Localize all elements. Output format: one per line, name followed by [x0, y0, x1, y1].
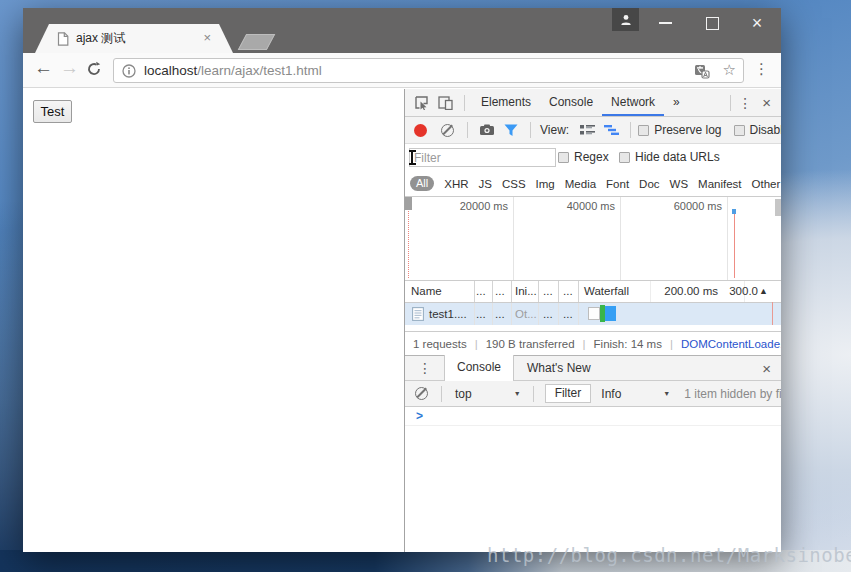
overview-scrollbar-right[interactable] [775, 199, 781, 216]
translate-icon[interactable] [694, 64, 710, 83]
devtools-panel: Elements Console Network » ⋮ × [404, 89, 781, 552]
chevron-down-icon: ▼ [663, 390, 670, 397]
preserve-log-checkbox[interactable] [638, 125, 649, 136]
hide-data-urls-checkbox[interactable] [619, 152, 630, 163]
devtools-close-icon[interactable]: × [752, 94, 781, 111]
clear-icon[interactable] [441, 124, 454, 137]
filter-type-font[interactable]: Font [606, 178, 629, 190]
filter-type-media[interactable]: Media [565, 178, 596, 190]
drawer-close-icon[interactable]: × [752, 360, 781, 377]
tab-network[interactable]: Network [602, 89, 664, 116]
cell-4: ... [543, 303, 553, 325]
browser-content: Test [23, 89, 781, 552]
browser-menu-button[interactable]: ⋮ [754, 60, 769, 78]
network-summary-bar: 1 requests | 190 B transferred | Finish:… [405, 331, 781, 355]
maximize-button[interactable] [695, 8, 729, 38]
test-button[interactable]: Test [33, 100, 72, 123]
filter-type-js[interactable]: JS [479, 178, 492, 190]
forward-button[interactable]: → [60, 57, 79, 79]
filter-type-manifest[interactable]: Manifest [698, 178, 741, 190]
context-select[interactable]: top ▼ [455, 387, 521, 401]
large-rows-icon[interactable] [575, 118, 599, 142]
filter-type-ws[interactable]: WS [670, 178, 689, 190]
inspect-element-icon[interactable] [409, 91, 433, 115]
log-level-select[interactable]: Info ▼ [601, 387, 670, 401]
new-tab-button[interactable] [238, 34, 276, 50]
filter-input[interactable] [409, 148, 556, 167]
col-header-waterfall[interactable]: Waterfall [584, 281, 629, 302]
col-header-4[interactable]: ... [543, 281, 553, 302]
cell-2: ... [495, 303, 505, 325]
summary-domcontentloaded: DOMContentLoade... [681, 338, 781, 350]
show-overview-icon[interactable] [599, 118, 623, 142]
filter-type-all[interactable]: All [410, 176, 434, 191]
console-prompt-row[interactable]: > [405, 407, 781, 426]
overview-tick: 20000 ms [438, 200, 508, 212]
divider [467, 122, 468, 138]
col-header-name[interactable]: Name [411, 281, 442, 302]
filter-type-doc[interactable]: Doc [639, 178, 659, 190]
device-toolbar-icon[interactable] [433, 91, 457, 115]
filter-type-other[interactable]: Other [752, 178, 781, 190]
col-header-initiator[interactable]: Ini... [515, 281, 537, 302]
summary-requests: 1 requests [413, 338, 467, 350]
col-header-2[interactable]: ... [495, 281, 505, 302]
minimize-icon [659, 22, 672, 24]
drawer-tab-console[interactable]: Console [444, 355, 514, 381]
cell-name: test1.... [429, 303, 467, 325]
more-tabs-button[interactable]: » [664, 89, 689, 116]
window-close-button[interactable]: × [740, 8, 774, 38]
browser-toolbar: ← → localhost/learn/ajax/test1.html [23, 53, 781, 88]
address-bar[interactable]: localhost/learn/ajax/test1.html ☆ [113, 58, 744, 83]
capture-screenshots-icon[interactable] [475, 118, 499, 142]
back-button[interactable]: ← [34, 57, 53, 79]
tab-elements[interactable]: Elements [472, 89, 540, 116]
profile-button[interactable] [612, 8, 639, 31]
console-body[interactable]: > [405, 407, 781, 552]
site-info-icon[interactable] [122, 64, 136, 78]
bookmark-star-icon[interactable]: ☆ [723, 61, 736, 79]
devtools-menu-icon[interactable]: ⋮ [738, 95, 752, 111]
drawer-tabbar: ⋮ Console What's New × [405, 355, 781, 381]
col-header-5[interactable]: ... [563, 281, 573, 302]
refresh-button[interactable] [86, 61, 102, 81]
filter-type-css[interactable]: CSS [502, 178, 526, 190]
request-row-test1[interactable]: test1.... ... ... Ot... ... ... [405, 303, 781, 325]
window-close-icon: × [752, 14, 763, 32]
regex-checkbox[interactable] [558, 152, 569, 163]
overview-gridline [727, 197, 728, 280]
browser-titlebar: ajax 测试 × × [23, 8, 781, 53]
maximize-icon [706, 17, 719, 30]
url-text: localhost/learn/ajax/test1.html [144, 63, 322, 78]
requests-table: Name ... ... Ini... ... ... Waterfall 20… [405, 281, 781, 331]
summary-finish: Finish: 14 ms [594, 338, 662, 350]
sort-ascending-icon: ▲ [759, 281, 768, 302]
network-overview[interactable]: 20000 ms 40000 ms 60000 ms [405, 197, 781, 281]
url-path: /learn/ajax/test1.html [197, 63, 322, 78]
filter-type-img[interactable]: Img [536, 178, 555, 190]
col-header-1[interactable]: ... [476, 281, 486, 302]
overview-scrollbar-left[interactable] [405, 197, 412, 210]
clear-console-icon[interactable] [415, 387, 428, 400]
network-filter-row: Regex Hide data URLs [405, 144, 781, 171]
divider [630, 122, 631, 138]
tab-title: ajax 测试 [76, 30, 125, 47]
network-toolbar: View: [405, 117, 781, 144]
refresh-icon [86, 61, 102, 77]
tab-close-icon[interactable]: × [203, 31, 211, 45]
url-host: localhost [144, 63, 197, 78]
browser-tab[interactable]: ajax 测试 × [35, 24, 233, 53]
filter-type-xhr[interactable]: XHR [444, 178, 468, 190]
console-filter-box[interactable]: Filter [545, 384, 592, 403]
console-prompt-icon: > [416, 409, 423, 423]
disable-cache-checkbox[interactable] [734, 125, 745, 136]
minimize-button[interactable] [648, 8, 682, 38]
drawer-menu-icon[interactable]: ⋮ [405, 360, 444, 376]
record-button[interactable] [414, 124, 427, 137]
filter-funnel-icon[interactable] [499, 118, 523, 142]
hidden-items-note: 1 item hidden by filter [684, 387, 781, 401]
tab-console[interactable]: Console [540, 89, 602, 116]
load-event-line [772, 302, 773, 325]
log-level-value: Info [601, 387, 621, 401]
drawer-tab-whats-new[interactable]: What's New [514, 361, 604, 375]
